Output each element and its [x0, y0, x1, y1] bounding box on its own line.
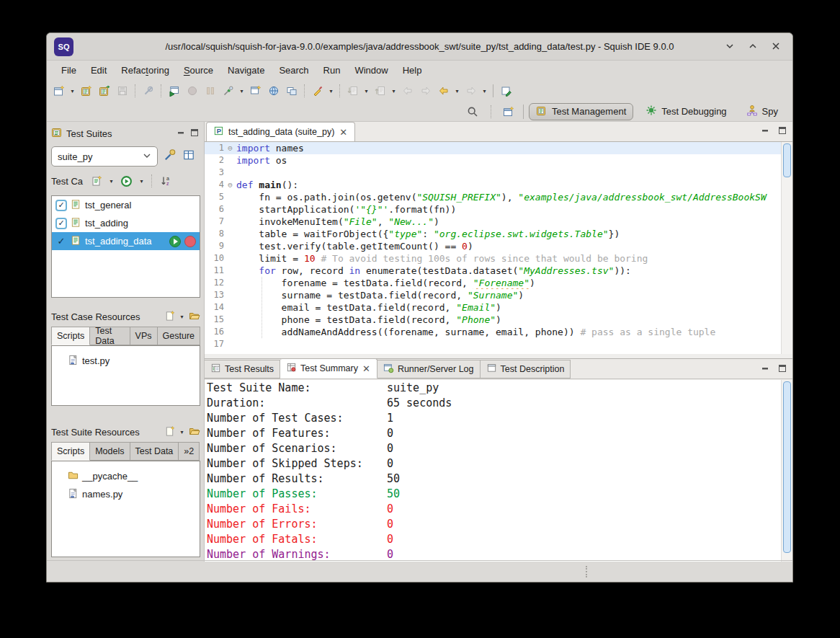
dropdown-icon[interactable]: ▾: [452, 82, 462, 99]
new-file-icon[interactable]: [164, 310, 175, 324]
new-test-case-icon[interactable]: [87, 172, 105, 190]
web-browser-icon[interactable]: [264, 82, 282, 99]
quick-launch-icon[interactable]: [308, 82, 326, 99]
code-text[interactable]: email = testData.field(record, "Email"): [236, 301, 792, 314]
suite-settings-icon[interactable]: [164, 149, 177, 164]
save-icon[interactable]: [113, 82, 131, 99]
tcr-tab-vps[interactable]: VPs: [130, 327, 158, 345]
menu-source[interactable]: Source: [177, 63, 220, 78]
bottom-panel-scrollbar[interactable]: [781, 380, 792, 562]
test-case-row[interactable]: ✓tst_adding: [52, 214, 200, 232]
search-icon[interactable]: [464, 103, 482, 120]
nav-back-icon[interactable]: [398, 82, 416, 99]
object-picker-icon[interactable]: [139, 82, 157, 99]
bottom-panel-scrollbar-thumb[interactable]: [783, 381, 791, 553]
tsr-tab-scripts[interactable]: Scripts: [51, 442, 90, 461]
open-test-suite-icon[interactable]: [95, 82, 113, 99]
dropdown-icon[interactable]: ▾: [107, 172, 116, 190]
test-case-row[interactable]: ✓tst_adding_data: [52, 232, 200, 250]
tcr-tab-scripts[interactable]: Scripts: [51, 327, 90, 345]
menu-window[interactable]: Window: [347, 63, 395, 78]
status-bar-grip[interactable]: [586, 566, 587, 577]
resource-item[interactable]: test.py: [52, 352, 200, 370]
menu-search[interactable]: Search: [272, 63, 316, 78]
menu-navigate[interactable]: Navigate: [220, 63, 272, 78]
code-text[interactable]: [236, 338, 792, 350]
code-text[interactable]: [236, 167, 792, 179]
minimize-view-icon[interactable]: [759, 125, 771, 139]
launch-aut-icon[interactable]: [246, 82, 264, 99]
close-window-icon[interactable]: [768, 38, 784, 54]
tcr-tab-gesture[interactable]: Gesture: [158, 327, 200, 345]
resource-item[interactable]: __pycache__: [52, 467, 200, 485]
code-text[interactable]: limit = 10 # To avoid testing 100s of ro…: [236, 252, 792, 265]
tsr-tab--2[interactable]: »2: [179, 442, 200, 461]
open-folder-icon[interactable]: [189, 310, 200, 324]
tsr-tab-test-data[interactable]: Test Data: [130, 442, 179, 461]
code-text[interactable]: def main():: [236, 179, 792, 191]
step-return-icon[interactable]: [344, 82, 362, 99]
maximize-view-icon[interactable]: [777, 363, 788, 377]
fold-icon[interactable]: ⊖: [224, 142, 236, 154]
step-into-icon[interactable]: [371, 82, 389, 99]
dropdown-icon[interactable]: ▾: [326, 82, 336, 99]
checkbox-icon[interactable]: ✓: [55, 236, 67, 247]
test-case-row[interactable]: ✓tst_general: [52, 196, 200, 214]
menu-file[interactable]: File: [54, 63, 84, 78]
open-perspective-icon[interactable]: [500, 103, 518, 120]
code-text[interactable]: import names: [236, 142, 792, 154]
new-file-icon[interactable]: [164, 425, 175, 439]
code-text[interactable]: addNameAndAddress((forename, surname, em…: [236, 326, 792, 338]
tcr-tab-test-data[interactable]: Test Data: [90, 327, 130, 345]
bottom-tab-test-summary[interactable]: Test Summary✕: [280, 358, 377, 378]
close-icon[interactable]: ✕: [339, 127, 348, 138]
bottom-tab-test-description[interactable]: Test Description: [481, 360, 571, 378]
editor-scrollbar-thumb[interactable]: [783, 143, 791, 177]
minimize-view-icon[interactable]: [759, 363, 771, 377]
dropdown-icon[interactable]: ▾: [177, 308, 187, 325]
perspective-test-debugging[interactable]: Test Debugging: [638, 103, 733, 120]
resource-item[interactable]: names.py: [52, 485, 200, 503]
new-test-suite-icon[interactable]: [77, 82, 95, 99]
editor-tab[interactable]: P tst_adding_data (suite_py) ✕: [206, 122, 355, 141]
dropdown-icon[interactable]: ▾: [389, 82, 398, 99]
minimize-window-icon[interactable]: [722, 38, 738, 54]
menu-help[interactable]: Help: [396, 63, 429, 78]
maximize-window-icon[interactable]: [745, 38, 761, 54]
run-test-icon[interactable]: [165, 82, 183, 99]
bottom-tab-test-results[interactable]: Test Results: [205, 360, 280, 378]
menu-refactoring[interactable]: Refactoring: [114, 63, 177, 78]
dropdown-icon[interactable]: ▾: [137, 172, 146, 190]
menu-run[interactable]: Run: [316, 63, 348, 78]
suite-combo[interactable]: suite_py: [51, 146, 158, 167]
code-text[interactable]: invokeMenuItem("File", "New..."): [236, 216, 792, 228]
perspective-spy[interactable]: Spy: [739, 103, 785, 120]
dropdown-icon[interactable]: ▾: [177, 423, 187, 440]
code-text[interactable]: forename = testData.field(record, "Foren…: [236, 277, 792, 289]
dropdown-icon[interactable]: ▾: [362, 82, 371, 99]
dropdown-icon[interactable]: ▾: [237, 82, 246, 99]
run-test-suite-icon[interactable]: [117, 172, 135, 190]
code-text[interactable]: surname = testData.field(record, "Surnam…: [236, 289, 792, 301]
open-folder-icon[interactable]: [189, 425, 200, 439]
code-text[interactable]: phone = testData.field(record, "Phone"): [236, 314, 792, 326]
new-test-case-icon[interactable]: [50, 82, 68, 99]
forward-icon[interactable]: [462, 82, 480, 99]
maximize-view-icon[interactable]: [777, 125, 788, 139]
dropdown-icon[interactable]: ▾: [480, 82, 489, 99]
minimize-view-icon[interactable]: [175, 127, 187, 141]
editor-vertical-scrollbar[interactable]: [781, 142, 792, 354]
fold-icon[interactable]: ⊖: [224, 179, 236, 191]
perspective-test-management[interactable]: Test Management: [529, 103, 633, 120]
record-icon[interactable]: [183, 82, 201, 99]
code-text[interactable]: import os: [236, 154, 792, 167]
back-icon[interactable]: [434, 82, 452, 99]
menu-edit[interactable]: Edit: [84, 63, 114, 78]
code-text[interactable]: fn = os.path.join(os.getenv("SQUISH_PREF…: [236, 191, 792, 203]
checkbox-icon[interactable]: ✓: [55, 218, 67, 229]
code-text[interactable]: startApplication('"{}"'.format(fn)): [236, 203, 792, 216]
sort-az-icon[interactable]: az: [157, 172, 175, 190]
app-logo-icon[interactable]: SQ: [54, 37, 73, 56]
run-test-case-icon[interactable]: [169, 236, 181, 247]
nav-forward-icon[interactable]: [416, 82, 434, 99]
